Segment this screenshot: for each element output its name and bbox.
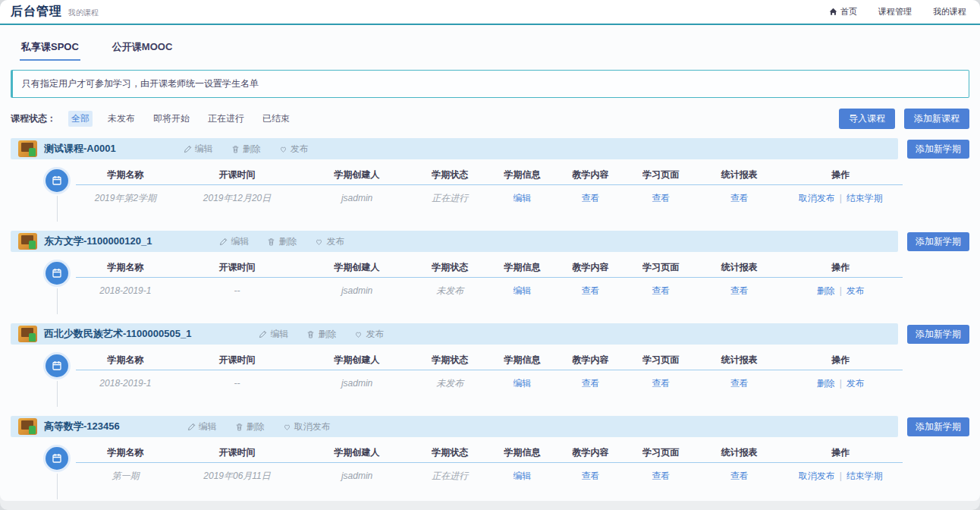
timeline-rail	[11, 258, 76, 314]
semester-info-link[interactable]: 编辑	[514, 193, 532, 203]
semester-info-link[interactable]: 编辑	[514, 378, 532, 389]
report-link[interactable]: 查看	[730, 378, 749, 389]
publish-course-label: 发布	[366, 328, 384, 341]
filter-option-ended[interactable]: 已结束	[259, 111, 293, 127]
app-title: 后台管理	[11, 4, 62, 20]
operation-secondary-link[interactable]: 结束学期	[847, 193, 883, 203]
filter-option-in-progress[interactable]: 正在进行	[205, 111, 247, 127]
import-course-button[interactable]: 导入课程	[839, 109, 895, 129]
semester-node-icon	[46, 262, 68, 285]
timeline-line	[57, 288, 58, 314]
learning-page-link[interactable]: 查看	[652, 285, 670, 296]
operation-primary-link[interactable]: 删除	[817, 378, 835, 389]
operation-primary-link[interactable]: 取消发布	[799, 193, 835, 203]
semester-name-value: 2018-2019-1	[76, 378, 175, 389]
learning-page-cell: 查看	[621, 470, 700, 483]
report-link[interactable]: 查看	[730, 471, 749, 481]
edit-course-button[interactable]: 编辑	[184, 143, 213, 156]
nav-item-my-courses[interactable]: 我的课程	[933, 6, 966, 17]
course-thumbnail-icon	[18, 326, 37, 342]
operation-secondary-link[interactable]: 发布	[847, 285, 865, 296]
table-header-row: 学期名称 开课时间 学期创建人 学期状态 学期信息 教学内容 学习页面 统计报表…	[76, 443, 903, 463]
operation-secondary-link[interactable]: 发布	[847, 378, 865, 389]
report-cell: 查看	[700, 285, 779, 298]
topbar-left: 后台管理 我的课程	[11, 4, 99, 20]
publish-course-button[interactable]: 发布	[279, 143, 309, 156]
semester-table: 学期名称 开课时间 学期创建人 学期状态 学期信息 教学内容 学习页面 统计报表…	[11, 165, 969, 222]
filter-option-unpublished[interactable]: 未发布	[105, 111, 138, 127]
figure-shape	[29, 241, 36, 249]
course-title: 西北少数民族艺术-1100000505_1	[44, 327, 191, 341]
edit-course-button[interactable]: 编辑	[259, 328, 288, 341]
learning-page-link[interactable]: 查看	[652, 378, 670, 389]
col-header-teaching-content: 教学内容	[560, 446, 622, 459]
course-section: 西北少数民族艺术-1100000505_1 编辑 删除 发布	[11, 323, 969, 407]
table-body: 学期名称 开课时间 学期创建人 学期状态 学期信息 教学内容 学习页面 统计报表…	[76, 443, 903, 499]
teaching-content-link[interactable]: 查看	[582, 378, 600, 389]
operation-secondary-link[interactable]: 结束学期	[847, 471, 883, 481]
col-header-creator: 学期创建人	[299, 354, 415, 367]
nav-item-course-management[interactable]: 课程管理	[878, 6, 912, 17]
trash-icon	[231, 145, 240, 153]
learning-page-cell: 查看	[621, 285, 700, 298]
operation-primary-link[interactable]: 取消发布	[799, 471, 835, 481]
nav-item-home[interactable]: 首页	[829, 6, 857, 17]
filter-option-all[interactable]: 全部	[68, 111, 93, 127]
teaching-content-link[interactable]: 查看	[582, 285, 600, 296]
publish-course-button[interactable]: 取消发布	[283, 420, 331, 433]
table-header-row: 学期名称 开课时间 学期创建人 学期状态 学期信息 教学内容 学习页面 统计报表…	[76, 258, 903, 278]
col-header-status: 学期状态	[415, 261, 485, 274]
timeline-rail	[11, 165, 76, 222]
teaching-content-link[interactable]: 查看	[582, 471, 600, 481]
add-semester-button[interactable]: 添加新学期	[907, 140, 969, 159]
operations-cell: 取消发布|结束学期	[778, 192, 903, 205]
delete-course-button[interactable]: 删除	[267, 235, 297, 248]
topbar: 后台管理 我的课程 首页 课程管理 我的课程	[0, 0, 980, 25]
publish-course-label: 发布	[291, 143, 309, 156]
add-course-button[interactable]: 添加新课程	[904, 109, 969, 129]
courses-container: 测试课程-A0001 编辑 删除 发布 添加新学期	[11, 138, 969, 499]
semester-table: 学期名称 开课时间 学期创建人 学期状态 学期信息 教学内容 学习页面 统计报表…	[11, 351, 969, 407]
edit-course-button[interactable]: 编辑	[187, 420, 217, 433]
delete-course-label: 删除	[247, 420, 265, 433]
semester-info-link[interactable]: 编辑	[514, 285, 532, 296]
report-cell: 查看	[700, 470, 779, 483]
learning-page-link[interactable]: 查看	[652, 471, 670, 481]
edit-course-label: 编辑	[270, 328, 288, 341]
publish-course-button[interactable]: 发布	[354, 328, 384, 341]
tab-mooc[interactable]: 公开课MOOC	[111, 36, 174, 61]
teaching-content-cell: 查看	[560, 192, 622, 205]
add-semester-button[interactable]: 添加新学期	[907, 325, 969, 344]
calendar-icon	[51, 175, 63, 187]
delete-course-button[interactable]: 删除	[231, 143, 261, 156]
timeline-rail	[11, 351, 76, 407]
course-header: 西北少数民族艺术-1100000505_1 编辑 删除 发布	[11, 323, 898, 345]
teaching-content-link[interactable]: 查看	[582, 193, 600, 203]
semester-info-link[interactable]: 编辑	[514, 471, 532, 481]
delete-course-button[interactable]: 删除	[306, 328, 336, 341]
start-time-value: 2019年06月11日	[175, 470, 300, 483]
col-header-semester-name: 学期名称	[76, 261, 175, 274]
semester-node-icon	[46, 354, 68, 377]
learning-page-link[interactable]: 查看	[652, 193, 670, 203]
operation-primary-link[interactable]: 删除	[817, 285, 835, 296]
filter-row: 课程状态： 全部 未发布 即将开始 正在进行 已结束 导入课程 添加新课程	[11, 109, 969, 129]
filter-option-upcoming[interactable]: 即将开始	[150, 111, 193, 127]
delete-course-button[interactable]: 删除	[235, 420, 265, 433]
edit-course-button[interactable]: 编辑	[219, 235, 249, 248]
trash-icon	[267, 238, 275, 246]
add-semester-button[interactable]: 添加新学期	[907, 417, 969, 436]
col-header-report: 统计报表	[700, 168, 779, 181]
publish-course-button[interactable]: 发布	[315, 235, 344, 248]
heart-icon	[354, 330, 363, 338]
nav-item-my-courses-label: 我的课程	[933, 6, 966, 17]
col-header-semester-info: 学期信息	[485, 261, 560, 274]
report-link[interactable]: 查看	[730, 193, 749, 203]
table-body: 学期名称 开课时间 学期创建人 学期状态 学期信息 教学内容 学习页面 统计报表…	[76, 258, 903, 314]
course-section: 高等数学-123456 编辑 删除 取消发布 添加新学期	[11, 416, 969, 499]
ops-separator: |	[840, 378, 842, 389]
tab-spoc[interactable]: 私享课SPOC	[20, 36, 80, 61]
ops-separator: |	[840, 285, 842, 296]
add-semester-button[interactable]: 添加新学期	[907, 232, 969, 251]
report-link[interactable]: 查看	[730, 285, 749, 296]
